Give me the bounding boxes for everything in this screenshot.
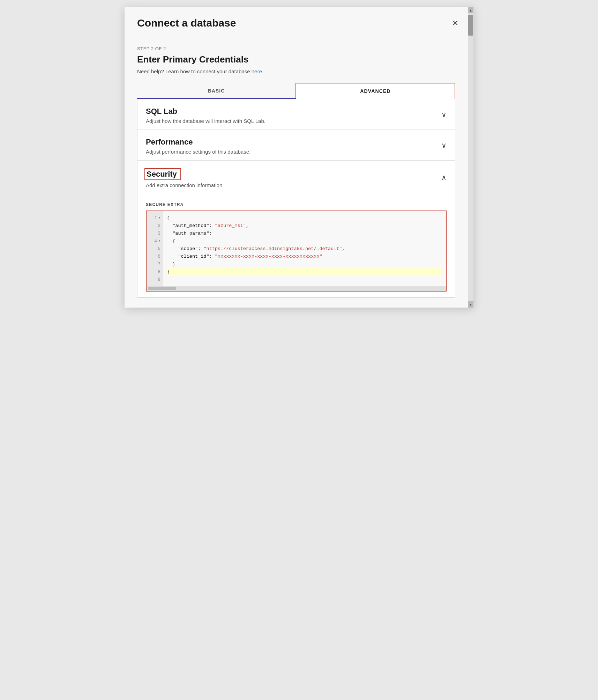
accordion-performance: Performance Adjust performance settings … [137,130,455,161]
line-numbers: 1▾ 2 3 4▾ 5 6 7 8 9 [147,211,163,286]
code-line-7: } [167,260,442,268]
sql-lab-chevron: ∨ [441,110,447,119]
tabs-container: BASIC ADVANCED [137,83,455,99]
line-num-7: 7 [147,260,163,268]
help-link[interactable]: here [252,68,262,74]
security-title: Security [144,168,181,180]
line-num-1: 1▾ [147,214,163,222]
modal-title: Connect a database [137,17,236,29]
code-line-4: { [167,237,442,245]
code-line-5: "scope": "https://clusteraccess.hdinsigh… [167,245,442,252]
code-editor[interactable]: 1▾ 2 3 4▾ 5 6 7 8 9 [146,211,447,292]
performance-title: Performance [146,138,447,147]
bottom-scrollbar-thumb [148,287,176,290]
code-line-8: } [167,268,442,275]
line-num-8: 8 [147,268,163,275]
code-line-9 [167,275,442,283]
accordion-performance-header[interactable]: Performance Adjust performance settings … [137,130,455,160]
fold-arrow-1: ▾ [158,216,160,220]
scrollbar-track[interactable]: ▲ ▼ [468,7,473,308]
secure-extra-label: SECURE EXTRA [146,202,447,207]
scroll-down-arrow[interactable]: ▼ [468,301,473,308]
tab-advanced[interactable]: ADVANCED [296,83,455,99]
line-num-9: 9 [147,275,163,283]
tab-basic[interactable]: BASIC [137,83,296,99]
security-description: Add extra connection information. [146,182,447,188]
secure-extra-section: SECURE EXTRA 1▾ 2 3 4▾ 5 6 7 [137,194,455,297]
accordion-sql-lab: SQL Lab Adjust how this database will in… [137,99,455,130]
close-button[interactable]: × [450,17,461,29]
sql-lab-description: Adjust how this database will interact w… [146,118,447,124]
accordion-security: Security Add extra connection informatio… [137,161,455,297]
fold-arrow-4: ▾ [158,239,160,243]
line-num-3: 3 [147,229,163,237]
content-area: SQL Lab Adjust how this database will in… [137,99,455,298]
sql-lab-title: SQL Lab [146,107,447,116]
modal-body: STEP 2 OF 2 Enter Primary Credentials Ne… [125,36,473,308]
code-line-6: "client_id": "xxxxxxxx-xxxx-xxxx-xxxx-xx… [167,252,442,260]
performance-description: Adjust performance settings of this data… [146,149,447,155]
scrollbar-thumb[interactable] [468,15,473,36]
code-content[interactable]: { "auth_method": "azure_msi", "auth_para… [163,211,446,286]
step-label: STEP 2 OF 2 [137,46,455,51]
bottom-scrollbar[interactable] [147,286,446,291]
code-line-1: { [167,214,442,222]
line-num-2: 2 [147,222,163,229]
help-text: Need help? Learn how to connect your dat… [137,68,455,74]
credentials-title: Enter Primary Credentials [137,54,455,65]
modal: ▲ ▼ Connect a database × STEP 2 OF 2 Ent… [125,7,473,308]
modal-header: Connect a database × [125,7,473,36]
scroll-up-arrow[interactable]: ▲ [468,7,473,13]
security-chevron: ∧ [441,173,447,182]
code-editor-inner: 1▾ 2 3 4▾ 5 6 7 8 9 [147,211,446,286]
code-line-3: "auth_params": [167,229,442,237]
performance-chevron: ∨ [441,141,447,149]
accordion-sql-lab-header[interactable]: SQL Lab Adjust how this database will in… [137,99,455,130]
accordion-security-header[interactable]: Security Add extra connection informatio… [137,161,455,194]
code-line-2: "auth_method": "azure_msi", [167,222,442,229]
line-num-4: 4▾ [147,237,163,245]
line-num-6: 6 [147,252,163,260]
line-num-5: 5 [147,245,163,252]
